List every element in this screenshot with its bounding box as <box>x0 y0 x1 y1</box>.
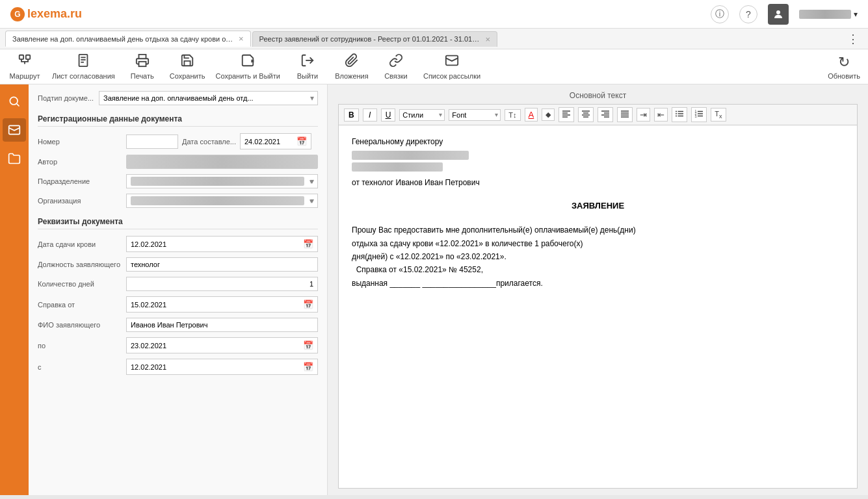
svg-point-35 <box>676 116 677 117</box>
svg-rect-1 <box>20 55 23 59</box>
sidebar-folder-button[interactable] <box>3 147 26 170</box>
toolbar-links-button[interactable]: Связки <box>379 53 413 80</box>
save-exit-icon <box>241 53 255 71</box>
editor-italic-button[interactable]: I <box>363 109 377 122</box>
editor-list-ul-button[interactable] <box>672 107 687 122</box>
main-layout: Подтип докуме... Заявление на доп. оплач… <box>0 84 868 495</box>
header-right: ⓘ ? Пользователь ▾ <box>711 4 858 25</box>
editor-to-line1: Генеральному директору <box>352 136 844 148</box>
subtype-select[interactable]: Заявление на доп. оплачиваемый день отд.… <box>99 91 318 105</box>
date-from-input[interactable]: 12.02.2021 📅 <box>126 359 318 375</box>
svg-point-31 <box>676 111 677 112</box>
toolbar-save-exit-button[interactable]: Сохранить и Выйти <box>215 53 280 80</box>
toolbar-refresh-label: Обновить <box>828 72 860 80</box>
svg-point-0 <box>776 10 780 14</box>
editor-align-right-button[interactable] <box>598 107 613 122</box>
toolbar-mailing-button[interactable]: Список рассылки <box>423 53 480 80</box>
exit-icon <box>300 53 315 71</box>
form-row-blood-date: Дата сдачи крови 12.02.2021 📅 <box>38 236 318 252</box>
date-to-calendar-icon[interactable]: 📅 <box>303 340 313 350</box>
toolbar-route-label: Маршрут <box>10 72 40 80</box>
editor-to-blurred1 <box>352 151 469 160</box>
subtype-select-wrap: Заявление на доп. оплачиваемый день отд.… <box>99 91 318 105</box>
editor-content-area[interactable]: Генеральному директору от технолог Ивано… <box>338 125 858 489</box>
info-icon[interactable]: ⓘ <box>711 5 729 23</box>
app-logo: G lexema.ru <box>10 7 82 21</box>
author-label: Автор <box>38 158 122 166</box>
subtype-label: Подтип докуме... <box>38 94 94 102</box>
date-to-input[interactable]: 23.02.2021 📅 <box>126 337 318 353</box>
cert-date-value: 15.02.2021 <box>131 301 166 309</box>
editor-indent-decrease-button[interactable]: ⇤ <box>654 108 668 122</box>
toolbar-save-button[interactable]: Сохранить <box>170 53 205 80</box>
editor-section-title: Основной текст <box>338 91 858 100</box>
editor-underline-button[interactable]: U <box>381 109 396 122</box>
user-avatar[interactable] <box>768 4 789 25</box>
subdivision-label: Подразделение <box>38 177 122 185</box>
tabs-more-button[interactable]: ⋮ <box>843 32 863 46</box>
form-row-cert-date: Справка от 15.02.2021 📅 <box>38 296 318 313</box>
toolbar-approve-list-button[interactable]: Лист согласования <box>52 53 115 80</box>
org-label: Организация <box>38 197 122 205</box>
tab-registry-close[interactable]: × <box>486 34 491 44</box>
toolbar-attachments-button[interactable]: Вложения <box>335 53 369 80</box>
editor-align-center-button[interactable] <box>578 107 594 122</box>
toolbar-print-button[interactable]: Печать <box>125 53 159 80</box>
toolbar-exit-button[interactable]: Выйти <box>291 53 324 80</box>
approve-list-icon <box>76 53 90 71</box>
org-select[interactable]: ▾ <box>126 194 318 208</box>
tab-registry[interactable]: Реестр заявлений от сотрудников - Реестр… <box>252 31 498 47</box>
cert-date-calendar-icon[interactable]: 📅 <box>303 300 313 309</box>
editor-align-justify-button[interactable] <box>617 107 633 122</box>
tab-document-close[interactable]: × <box>239 34 244 44</box>
sidebar-mail-button[interactable] <box>3 118 26 142</box>
toolbar-approve-list-label: Лист согласования <box>52 72 115 80</box>
editor-highlight-button[interactable]: ◆ <box>542 109 555 121</box>
form-row-fullname: ФИО заявляющего <box>38 318 318 332</box>
cert-date-input[interactable]: 15.02.2021 📅 <box>126 296 318 313</box>
editor-align-left-button[interactable] <box>559 107 574 122</box>
editor-fontcolor-button[interactable]: A <box>525 108 538 122</box>
cert-date-label: Справка от <box>38 301 122 309</box>
editor-clear-format-button[interactable]: Tx <box>711 108 726 122</box>
blood-date-calendar-icon[interactable]: 📅 <box>303 239 313 249</box>
svg-point-33 <box>676 113 677 114</box>
reg-section-title: Регистрационные данные документа <box>38 114 318 127</box>
toolbar-print-label: Печать <box>131 72 154 80</box>
toolbar-route-button[interactable]: Маршрут <box>8 53 42 80</box>
subdivision-select[interactable]: ▾ <box>126 174 318 188</box>
date-calendar-icon[interactable]: 📅 <box>296 136 307 146</box>
font-select[interactable]: Font <box>449 109 501 121</box>
tab-document[interactable]: Заявление на доп. оплачиваемый день отды… <box>5 31 251 47</box>
user-chevron: ▾ <box>854 10 858 19</box>
left-panel: Подтип докуме... Заявление на доп. оплач… <box>29 84 328 495</box>
user-name[interactable]: Пользователь ▾ <box>799 10 858 19</box>
blood-date-input[interactable]: 12.02.2021 📅 <box>126 236 318 252</box>
editor-heading: ЗАЯВЛЕНИЕ <box>352 199 844 213</box>
editor-list-ol-button[interactable]: 1.2.3. <box>691 107 707 122</box>
number-input[interactable] <box>126 134 178 149</box>
number-label: Номер <box>38 138 122 146</box>
styles-select[interactable]: Стили <box>399 109 445 121</box>
position-input[interactable] <box>126 257 318 272</box>
toolbar-refresh-button[interactable]: ↻ Обновить <box>828 54 860 80</box>
date-to-value: 23.02.2021 <box>131 342 166 350</box>
editor-indent-increase-button[interactable]: ⇥ <box>637 108 650 122</box>
editor-body-text: Прошу Вас предоставить мне дополнительны… <box>352 224 844 290</box>
tab-document-label: Заявление на доп. оплачиваемый день отды… <box>12 35 233 43</box>
save-icon <box>180 53 194 71</box>
refresh-icon: ↻ <box>838 54 850 71</box>
svg-text:3.: 3. <box>695 114 698 118</box>
org-blurred <box>131 196 304 205</box>
help-icon[interactable]: ? <box>739 5 757 23</box>
sidebar-search-button[interactable] <box>3 90 26 113</box>
route-icon <box>18 53 32 71</box>
fullname-input[interactable] <box>126 318 318 332</box>
date-from-label: с <box>38 363 122 371</box>
date-from-calendar-icon[interactable]: 📅 <box>303 362 313 372</box>
editor-bold-button[interactable]: B <box>344 109 359 122</box>
form-row-author: Автор <box>38 155 318 169</box>
editor-fontsize-button[interactable]: T↕ <box>505 109 520 121</box>
toolbar-exit-label: Выйти <box>297 72 319 80</box>
days-input[interactable] <box>126 277 318 291</box>
